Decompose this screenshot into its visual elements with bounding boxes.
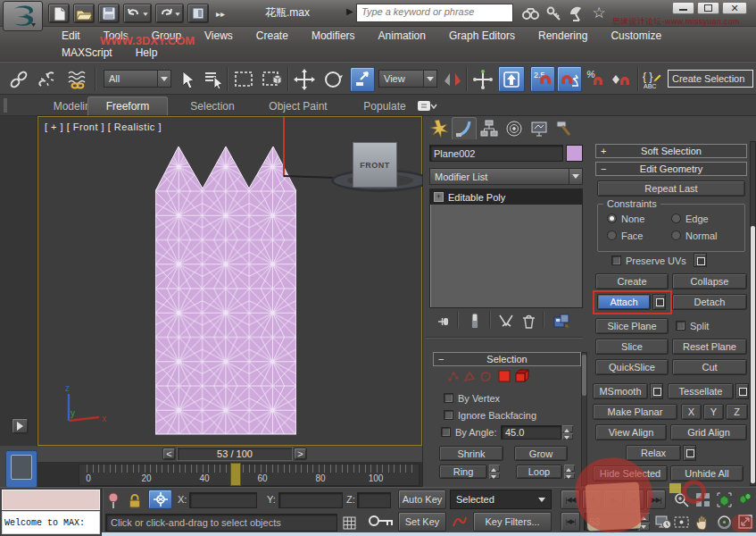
tab-utilities[interactable] <box>552 117 577 139</box>
ribbon-expand-arrow-button[interactable] <box>12 418 29 434</box>
collapse-button[interactable]: Collapse <box>672 273 747 289</box>
tab-display[interactable] <box>527 117 552 139</box>
preserve-uvs-checkbox[interactable] <box>611 255 621 265</box>
tessellate-settings-button[interactable] <box>735 383 749 399</box>
object-color-swatch[interactable] <box>566 145 583 162</box>
loop-spinner[interactable] <box>564 465 575 479</box>
menu-rendering[interactable]: Rendering <box>527 29 599 42</box>
select-by-name-icon[interactable] <box>202 68 225 91</box>
soft-selection-rollout-header[interactable]: + Soft Selection <box>595 144 747 158</box>
subobject-edge-icon[interactable] <box>462 370 477 383</box>
ribbon-grip[interactable] <box>4 98 7 113</box>
ribbon-tab-selection[interactable]: Selection <box>179 96 246 115</box>
absolute-offset-mode-toggle[interactable] <box>148 490 172 509</box>
angle-snap-icon[interactable] <box>557 66 582 92</box>
save-file-button[interactable] <box>98 4 120 23</box>
edit-named-selection-sets-icon[interactable]: { }ABC <box>641 68 664 91</box>
next-frame-slider-button[interactable]: > <box>294 448 307 460</box>
ribbon-minimize-dropdown[interactable] <box>416 98 439 113</box>
key-filters-button[interactable]: Key Filters... <box>473 512 552 532</box>
viewcube[interactable]: FRONT <box>353 142 397 188</box>
vase-plane-mesh[interactable] <box>155 147 296 435</box>
by-vertex-checkbox[interactable] <box>444 393 453 403</box>
ribbon-tab-object-paint[interactable]: Object Paint <box>261 96 336 115</box>
menu-views[interactable]: Views <box>193 29 245 42</box>
communication-key-icon[interactable] <box>544 4 563 23</box>
mirror-icon[interactable] <box>441 68 464 91</box>
set-keys-curve-icon[interactable] <box>450 512 469 532</box>
ribbon-tab-freeform[interactable]: Freeform <box>87 96 168 115</box>
select-and-scale-icon[interactable] <box>350 67 375 92</box>
make-planar-button[interactable]: Make Planar <box>593 404 677 420</box>
select-and-move-icon[interactable] <box>293 68 316 91</box>
show-end-result-icon[interactable] <box>466 312 484 330</box>
key-selection-dropdown[interactable]: Selected <box>450 490 552 509</box>
dropdown-arrow-icon[interactable] <box>569 169 582 184</box>
project-workspace-button[interactable] <box>187 4 209 23</box>
scrollbar-thumb[interactable] <box>751 226 755 483</box>
tessellate-button[interactable]: Tessellate <box>668 383 734 399</box>
selection-lock-icon[interactable] <box>127 491 143 509</box>
bind-to-space-warp-icon[interactable] <box>66 68 89 91</box>
x-coordinate-field[interactable] <box>189 492 257 508</box>
relax-settings-button[interactable] <box>683 445 696 461</box>
repeat-last-button[interactable]: Repeat Last <box>597 180 745 197</box>
constraint-face-radio[interactable] <box>607 230 617 240</box>
time-configuration-icon[interactable] <box>653 512 673 532</box>
previous-frame-slider-button[interactable]: < <box>162 448 176 460</box>
constraint-none-radio[interactable] <box>607 214 617 223</box>
close-button[interactable]: ✕ <box>722 2 747 14</box>
command-panel-scrollbar[interactable] <box>750 141 756 486</box>
y-coordinate-field[interactable] <box>278 492 343 508</box>
subobject-polygon-icon[interactable] <box>496 369 511 383</box>
redo-button[interactable] <box>155 4 184 23</box>
menu-animation[interactable]: Animation <box>367 29 437 42</box>
viewport-label[interactable]: [ + ] [ Front ] [ Realistic ] <box>45 121 162 132</box>
dropdown-arrow-icon[interactable] <box>423 71 436 87</box>
msmooth-button[interactable]: MSmooth <box>593 383 648 399</box>
rectangular-selection-region-icon[interactable] <box>232 68 255 91</box>
edit-geometry-rollout-header[interactable]: − Edit Geometry <box>595 162 747 176</box>
new-scene-button[interactable] <box>48 4 70 23</box>
quickslice-button[interactable]: QuickSlice <box>595 359 669 375</box>
snap-2-5d-icon[interactable]: 2.5 <box>530 66 555 92</box>
favorites-star-icon[interactable]: ☆ <box>589 2 609 23</box>
menu-graph-editors[interactable]: Graph Editors <box>437 29 527 42</box>
snaps-toggle-icon[interactable] <box>471 68 494 91</box>
subobject-element-icon[interactable] <box>514 368 530 383</box>
make-planar-x-button[interactable]: X <box>681 404 702 420</box>
ribbon-tab-populate[interactable]: Populate <box>355 96 414 115</box>
maximize-button[interactable] <box>697 2 719 14</box>
cut-button[interactable]: Cut <box>672 359 747 375</box>
timeline-ruler[interactable]: 0 20 40 60 80 100 <box>79 464 420 486</box>
detach-button[interactable]: Detach <box>672 294 747 310</box>
set-key-button[interactable]: Set Key <box>398 512 446 532</box>
shrink-button[interactable]: Shrink <box>439 446 503 461</box>
subobject-border-icon[interactable] <box>478 370 493 383</box>
menu-maxscript[interactable]: MAXScript <box>50 46 124 59</box>
slice-button[interactable]: Slice <box>595 339 669 355</box>
reset-plane-button[interactable]: Reset Plane <box>672 339 747 355</box>
loop-button[interactable]: Loop <box>516 465 562 479</box>
zoom-extents-icon[interactable] <box>714 490 734 509</box>
viewport-layout-tab-button[interactable] <box>5 450 37 488</box>
open-file-button[interactable] <box>73 4 95 23</box>
undo-button[interactable] <box>123 4 152 23</box>
keyboard-shortcut-override-icon[interactable] <box>498 66 525 92</box>
menu-help[interactable]: Help <box>124 46 170 59</box>
selection-filter-dropdown[interactable]: All <box>104 70 171 88</box>
scrollbar-thumb[interactable] <box>582 355 586 396</box>
auto-key-button[interactable]: Auto Key <box>398 490 446 509</box>
select-and-link-icon[interactable] <box>7 68 30 91</box>
modifier-list-dropdown[interactable]: Modifier List <box>429 168 583 185</box>
window-crossing-toggle-icon[interactable] <box>261 68 284 91</box>
minimize-button[interactable] <box>672 2 694 14</box>
zoom-extents-all-icon[interactable] <box>735 490 755 509</box>
track-bar[interactable]: 0 20 40 60 80 100 <box>37 463 422 487</box>
object-name-field[interactable]: Plane002 <box>429 145 563 162</box>
menu-customize[interactable]: Customize <box>599 29 673 42</box>
time-slider-handle[interactable] <box>230 463 241 486</box>
constraint-edge-radio[interactable] <box>671 214 681 223</box>
percent-snap-icon[interactable]: % <box>586 68 609 91</box>
ignore-backfacing-checkbox[interactable] <box>444 410 453 420</box>
